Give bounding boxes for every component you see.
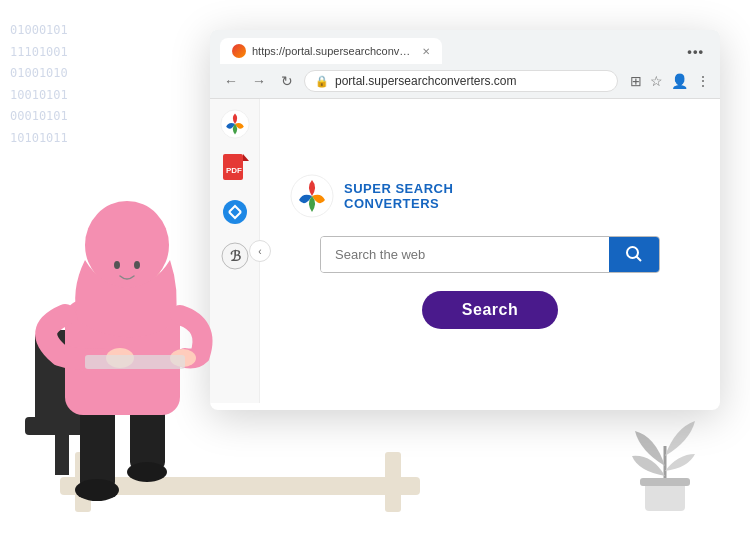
plant-decoration <box>620 406 710 520</box>
menu-button[interactable]: ⋮ <box>696 73 710 89</box>
svg-point-12 <box>75 479 119 501</box>
browser-titlebar: https://portal.supersearchconve... ✕ ••• <box>210 30 720 64</box>
person-svg <box>0 90 280 550</box>
person-illustration <box>0 90 280 550</box>
svg-point-8 <box>627 247 638 258</box>
profile-button[interactable]: 👤 <box>671 73 688 89</box>
lock-icon: 🔒 <box>315 75 329 88</box>
refresh-button[interactable]: ↻ <box>276 70 298 92</box>
svg-point-13 <box>127 462 167 482</box>
brand-line1: SUPER SEARCH <box>344 181 453 196</box>
browser-chrome: https://portal.supersearchconve... ✕ •••… <box>210 30 720 99</box>
plant-svg <box>620 406 710 516</box>
svg-point-18 <box>114 261 120 269</box>
more-tabs-button[interactable]: ••• <box>687 44 704 59</box>
tab-close-button[interactable]: ✕ <box>422 46 430 57</box>
back-button[interactable]: ← <box>220 70 242 92</box>
extensions-button[interactable]: ⊞ <box>630 73 642 89</box>
search-icon-button[interactable] <box>609 237 659 272</box>
browser-window: https://portal.supersearchconve... ✕ •••… <box>210 30 720 410</box>
search-icon <box>625 245 643 263</box>
brand-name-text: SUPER SEARCH CONVERTERS <box>344 181 453 211</box>
address-actions: ⊞ ☆ 👤 ⋮ <box>630 73 710 89</box>
svg-rect-22 <box>85 355 185 369</box>
brand-header: SUPER SEARCH CONVERTERS <box>290 174 453 218</box>
browser-addressbar: ← → ↻ 🔒 portal.supersearchconverters.com… <box>210 64 720 98</box>
bookmark-button[interactable]: ☆ <box>650 73 663 89</box>
brand-line2: CONVERTERS <box>344 196 453 211</box>
main-content: SUPER SEARCH CONVERTERS Search <box>260 99 720 403</box>
svg-line-9 <box>637 257 642 262</box>
forward-button[interactable]: → <box>248 70 270 92</box>
tab-label: https://portal.supersearchconve... <box>252 45 412 57</box>
svg-rect-24 <box>640 478 690 486</box>
address-bar[interactable]: 🔒 portal.supersearchconverters.com <box>304 70 618 92</box>
search-input[interactable] <box>321 237 609 272</box>
tab-favicon <box>232 44 246 58</box>
svg-point-19 <box>134 261 140 269</box>
brand-logo <box>290 174 334 218</box>
search-bar <box>320 236 660 273</box>
browser-body: PDF ℬ ‹ <box>210 99 720 403</box>
search-button[interactable]: Search <box>422 291 558 329</box>
browser-tab[interactable]: https://portal.supersearchconve... ✕ <box>220 38 442 64</box>
url-text: portal.supersearchconverters.com <box>335 74 607 88</box>
